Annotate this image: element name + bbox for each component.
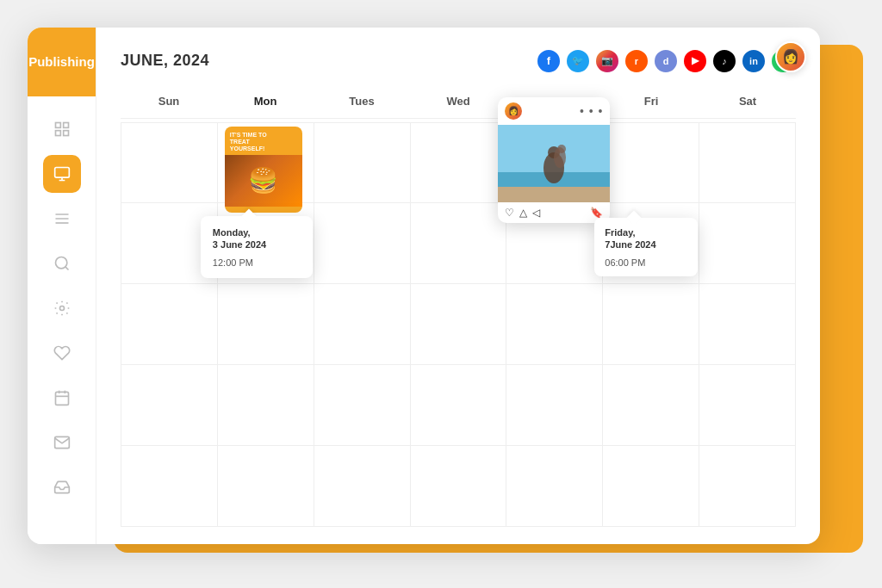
svg-rect-3 bbox=[63, 130, 68, 135]
cal-cell-r3c2 bbox=[218, 284, 314, 365]
cal-cell-r1c5: 👩 • • • bbox=[506, 123, 603, 204]
cal-cell-r5c5 bbox=[506, 446, 603, 527]
sidebar-item-inbox[interactable] bbox=[43, 468, 81, 506]
avatar-row: f 🐦 📷 r d ▶ ♪ in 💬 bbox=[536, 48, 796, 74]
cal-cell-r1c7 bbox=[699, 123, 796, 204]
cal-cell-r1c1 bbox=[121, 123, 218, 204]
cal-header-mon: Mon bbox=[217, 91, 314, 111]
cal-cell-r5c4 bbox=[411, 446, 507, 527]
friday-tooltip: Friday, 7June 2024 06:00 PM bbox=[594, 218, 698, 277]
sidebar-icons bbox=[43, 96, 81, 544]
cal-cell-r4c7 bbox=[699, 365, 796, 446]
svg-point-10 bbox=[55, 257, 66, 268]
cal-cell-r4c3 bbox=[314, 365, 411, 446]
sidebar-item-list[interactable] bbox=[43, 200, 81, 238]
calendar: Sun Mon Tues Wed Thu Fri Sat bbox=[121, 91, 796, 527]
sidebar-item-settings[interactable] bbox=[43, 289, 81, 327]
cal-cell-r2c3 bbox=[314, 203, 411, 284]
user-avatar[interactable]: 👩 bbox=[775, 41, 806, 72]
cal-cell-r1c3 bbox=[314, 123, 411, 204]
sidebar: Publishing bbox=[28, 28, 96, 544]
cal-cell-r5c3 bbox=[314, 446, 411, 527]
ig-actions: ♡ △ ◁ 🔖 bbox=[498, 202, 610, 223]
cal-cell-r5c1 bbox=[121, 446, 218, 527]
svg-line-11 bbox=[65, 266, 68, 269]
svg-rect-2 bbox=[55, 130, 60, 135]
cal-cell-r1c4 bbox=[411, 123, 507, 204]
ig-bookmark-icon[interactable]: 🔖 bbox=[590, 207, 603, 219]
avatar-reddit[interactable]: r bbox=[624, 48, 649, 74]
cal-header-fri: Fri bbox=[603, 91, 699, 111]
cal-cell-r5c6 bbox=[603, 446, 699, 527]
ig-comment-icon[interactable]: △ bbox=[519, 207, 527, 219]
cal-cell-r5c2 bbox=[218, 446, 314, 527]
svg-rect-0 bbox=[55, 122, 60, 127]
cal-cell-r3c1 bbox=[121, 284, 218, 365]
month-title: JUNE, 2024 bbox=[121, 52, 209, 70]
calendar-header: Sun Mon Tues Wed Thu Fri Sat bbox=[121, 91, 796, 119]
avatar-instagram[interactable]: 📷 bbox=[594, 48, 620, 74]
cal-cell-r4c5 bbox=[506, 365, 603, 446]
avatar-discord[interactable]: d bbox=[653, 48, 679, 74]
sidebar-item-heart[interactable] bbox=[43, 334, 81, 372]
cal-cell-r1c2: IT'S TIME TOTREATYOURSELF! 🍔 Monday, 3 J… bbox=[218, 123, 314, 204]
svg-rect-13 bbox=[55, 392, 68, 405]
svg-rect-19 bbox=[498, 187, 610, 202]
svg-point-23 bbox=[557, 145, 566, 153]
cal-cell-r1c6: Friday, 7June 2024 06:00 PM bbox=[603, 123, 699, 204]
cal-cell-r3c5 bbox=[506, 284, 603, 365]
main-content: JUNE, 2024 f 🐦 📷 r d ▶ ♪ in 💬 bbox=[96, 28, 820, 544]
sidebar-item-search[interactable] bbox=[43, 244, 81, 282]
tooltip-date-line: Monday, 3 June 2024 bbox=[213, 226, 301, 251]
svg-rect-4 bbox=[54, 167, 69, 177]
instagram-card[interactable]: 👩 • • • bbox=[498, 97, 610, 223]
sidebar-item-mail[interactable] bbox=[43, 424, 81, 461]
cal-cell-r3c4 bbox=[411, 284, 507, 365]
monday-tooltip: Monday, 3 June 2024 12:00 PM bbox=[201, 216, 313, 279]
post-card-orange[interactable]: IT'S TIME TOTREATYOURSELF! 🍔 bbox=[225, 127, 302, 213]
cal-cell-r4c1 bbox=[121, 365, 218, 446]
page-wrapper: Publishing bbox=[28, 28, 854, 561]
cal-cell-r4c4 bbox=[411, 365, 507, 446]
sidebar-item-calendar[interactable] bbox=[43, 379, 81, 417]
cal-header-tues: Tues bbox=[314, 91, 410, 111]
avatar-facebook[interactable]: f bbox=[536, 48, 562, 74]
cal-header-sun: Sun bbox=[121, 91, 217, 111]
fri-tooltip-date: Friday, 7June 2024 bbox=[605, 226, 687, 251]
cal-cell-r2c7 bbox=[699, 203, 796, 284]
cal-cell-r3c3 bbox=[314, 284, 411, 365]
calendar-grid: IT'S TIME TOTREATYOURSELF! 🍔 Monday, 3 J… bbox=[121, 122, 796, 527]
burger-image: 🍔 bbox=[225, 155, 302, 207]
avatar-youtube[interactable]: ▶ bbox=[682, 48, 708, 74]
tooltip-time: 12:00 PM bbox=[213, 257, 301, 268]
sidebar-title: Publishing bbox=[28, 54, 95, 70]
cal-cell-r5c7 bbox=[699, 446, 796, 527]
cal-cell-r4c6 bbox=[603, 365, 699, 446]
content-header: JUNE, 2024 f 🐦 📷 r d ▶ ♪ in 💬 bbox=[121, 48, 796, 74]
ig-heart-icon[interactable]: ♡ bbox=[505, 207, 514, 219]
post-text: IT'S TIME TOTREATYOURSELF! bbox=[225, 127, 302, 155]
cal-cell-r2c4 bbox=[411, 203, 507, 284]
svg-rect-1 bbox=[63, 122, 68, 127]
avatar-tiktok[interactable]: ♪ bbox=[711, 48, 737, 74]
ig-header: 👩 • • • bbox=[498, 97, 610, 125]
sidebar-header: Publishing bbox=[28, 28, 96, 96]
cal-header-wed: Wed bbox=[410, 91, 506, 111]
ig-share-icon[interactable]: ◁ bbox=[532, 207, 540, 219]
sidebar-item-grid[interactable] bbox=[43, 110, 81, 148]
sidebar-item-monitor[interactable] bbox=[43, 155, 81, 193]
cal-header-sat: Sat bbox=[699, 91, 796, 111]
avatar-twitter[interactable]: 🐦 bbox=[565, 48, 591, 74]
main-card: Publishing bbox=[28, 28, 820, 544]
cal-cell-r4c2 bbox=[218, 365, 314, 446]
svg-point-12 bbox=[59, 306, 64, 310]
cal-cell-r3c7 bbox=[699, 284, 796, 365]
fri-tooltip-time: 06:00 PM bbox=[605, 257, 687, 268]
ig-avatar: 👩 bbox=[505, 102, 522, 120]
avatar-linkedin[interactable]: in bbox=[741, 48, 767, 74]
cal-cell-r3c6 bbox=[603, 284, 699, 365]
ig-more-dots[interactable]: • • • bbox=[580, 104, 603, 118]
ig-photo bbox=[498, 125, 610, 202]
